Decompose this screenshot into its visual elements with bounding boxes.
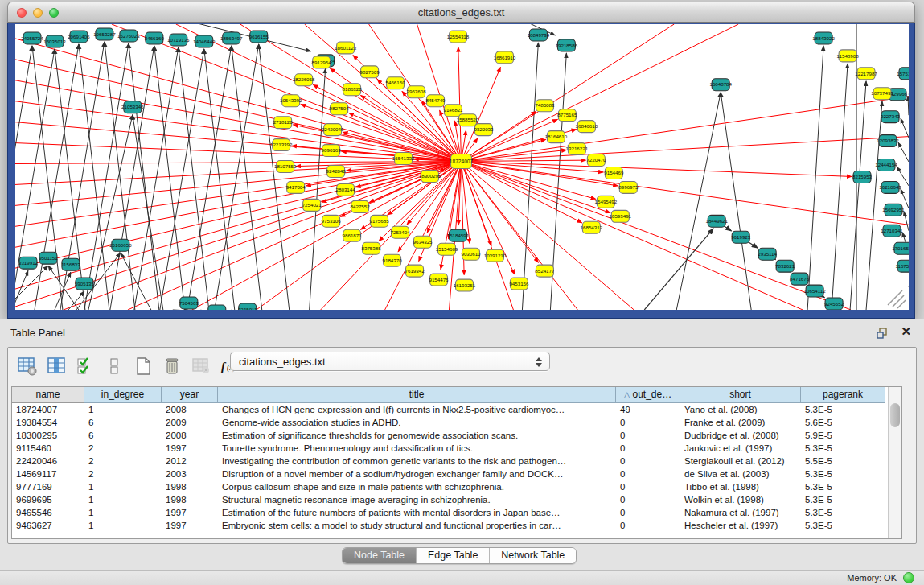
cell-out-de-[interactable]: 0 [616,455,680,468]
graph-node[interactable]: 17016534 [892,242,909,254]
cell-name[interactable]: 22420046 [12,455,84,468]
graph-node[interactable]: 22420046 [322,124,344,136]
graph-node[interactable]: 18593491 [610,210,632,222]
graph-node[interactable]: 9861871 [343,229,363,241]
graph-node[interactable]: 15885520 [457,114,479,126]
graph-node[interactable]: 8471676 [790,273,810,285]
graph-node[interactable]: 24055724 [21,32,43,44]
graph-node[interactable]: 9154469 [604,167,624,179]
table-row[interactable]: 1830029562008Estimation of significance … [12,429,888,442]
graph-node[interactable]: 15495492 [595,196,618,208]
graph-node[interactable]: 8427552 [351,200,371,212]
graph-node[interactable]: 9619923 [731,231,751,243]
column-header-in-degree[interactable]: in_degree [84,387,162,403]
graph-node[interactable]: 9634325 [413,236,433,248]
cell-name[interactable]: 19384554 [12,416,84,429]
graph-node[interactable]: 7485083 [535,100,555,112]
graph-node[interactable]: 5905135 [75,278,95,290]
cell-title[interactable]: Tourette syndrome. Phenomenology and cla… [218,442,616,455]
graph-node[interactable]: 9616155 [249,31,269,43]
graph-node[interactable]: 7504563 [179,297,199,309]
graph-node[interactable]: 1156833 [61,258,80,270]
table-row[interactable]: 946554611997Estimation of the future num… [12,506,888,519]
table-row[interactable]: 1938455462009Genome-wide association stu… [12,416,888,429]
graph-node[interactable]: 18563497 [220,32,243,44]
graph-node[interactable]: 12217987 [855,68,877,80]
cell-short[interactable]: Nakamura et al. (1997) [680,506,801,519]
graph-node[interactable]: 18449621 [705,215,728,227]
float-panel-icon[interactable] [876,327,889,340]
graph-node[interactable]: 7832621 [775,260,795,272]
graph-node[interactable]: 12444154 [875,159,897,171]
graph-node[interactable]: 20691406 [68,31,90,43]
cell-name[interactable]: 18300295 [12,429,84,442]
graph-node[interactable]: 16854312 [581,221,603,233]
delete-table-button[interactable] [189,354,213,378]
column-header-name[interactable]: name [12,387,84,403]
cell-pagerank[interactable]: 5.5E-5 [801,455,885,468]
cell-out-de-[interactable]: 0 [616,442,680,455]
graph-node[interactable]: 2967608 [407,86,427,98]
cell-year[interactable]: 1997 [162,442,218,455]
graph-node[interactable]: 2718120 [273,117,294,129]
graph-node[interactable]: 15692951 [882,204,905,216]
graph-node[interactable]: 9827509 [360,66,380,78]
graph-node[interactable]: 16193251 [454,279,476,291]
cell-name[interactable]: 14569117 [12,468,84,480]
cell-year[interactable]: 1997 [162,506,218,519]
table-select-dropdown[interactable]: citations_edges.txt [230,352,550,371]
row-selection-button[interactable] [73,354,97,378]
cell-out-de-[interactable]: 0 [616,493,680,506]
cell-year[interactable]: 2009 [162,416,218,429]
network-canvas[interactable]: 2405572415035013206914061065328715276023… [15,24,909,310]
cell-out-de-[interactable]: 0 [616,519,680,532]
graph-node[interactable]: 7253404 [391,226,411,238]
window-titlebar[interactable]: citations_edges.txt [7,2,915,23]
cell-year[interactable]: 1998 [162,480,218,493]
graph-node[interactable]: 8775165 [557,109,577,122]
graph-node[interactable]: 8466160 [145,32,165,44]
close-panel-icon[interactable]: ✕ [901,324,911,339]
graph-node[interactable]: 10653287 [93,28,116,40]
graph-node[interactable]: 9322033 [474,124,494,136]
citation-graph[interactable]: 2405572415035013206914061065328715276023… [15,24,909,310]
graph-node[interactable]: 16648784 [709,79,732,91]
graph-node[interactable]: 18843022 [812,32,835,44]
graph-node[interactable]: 9245011 [238,303,257,310]
graph-node[interactable]: 8215953 [852,171,873,183]
graph-hub-node[interactable]: 18724007 [450,154,474,169]
cell-in-degree[interactable]: 6 [84,429,162,442]
cell-title[interactable]: Disruption of a novel member of a sodium… [218,468,616,480]
column-visibility-button[interactable] [44,354,68,378]
graph-node[interactable]: 5466160 [386,77,406,89]
graph-node[interactable]: 18107553 [274,161,297,173]
tab-network-table[interactable]: Network Table [490,548,576,563]
cell-year[interactable]: 2012 [162,455,218,468]
cell-name[interactable]: 9777169 [12,480,84,493]
cell-short[interactable]: Jankovic et al. (1997) [680,442,801,455]
cell-pagerank[interactable]: 5.3E-5 [801,403,885,416]
new-column-button[interactable] [131,354,155,378]
graph-node[interactable]: 7619342 [405,265,425,277]
cell-out-de-[interactable]: 0 [616,416,680,429]
graph-node[interactable]: 3319912 [18,257,39,269]
graph-node[interactable]: 8838916 [207,305,228,310]
column-header-out-de-[interactable]: △out_de… [616,387,680,403]
graph-node[interactable]: 15184591 [447,229,470,241]
cell-in-degree[interactable]: 2 [84,468,162,480]
graph-node[interactable]: 10543392 [280,95,302,107]
cell-in-degree[interactable]: 1 [84,480,162,493]
graph-node[interactable]: 8524177 [535,265,555,277]
graph-node[interactable]: 9753106 [322,215,342,227]
graph-node[interactable]: 9175685 [370,215,390,227]
graph-node[interactable]: 8454749 [426,95,446,107]
table-options-button[interactable] [15,354,39,378]
graph-node[interactable]: 8996975 [618,181,639,193]
cell-short[interactable]: Dudbridge et al. (2008) [680,429,801,442]
cell-year[interactable]: 1998 [162,493,218,506]
graph-node[interactable]: 15154609 [436,243,458,255]
cell-name[interactable]: 18724007 [12,403,84,416]
cell-name[interactable]: 9699695 [12,493,84,506]
graph-node[interactable]: 16861910 [494,51,516,64]
cell-in-degree[interactable]: 2 [84,455,162,468]
